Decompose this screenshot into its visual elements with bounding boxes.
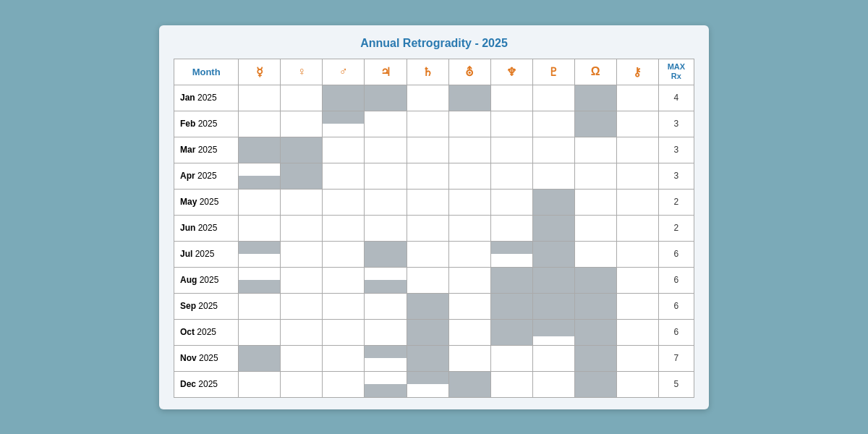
planet-data-cell [490, 215, 532, 241]
planet-data-cell [574, 189, 616, 215]
planet-data-cell [616, 241, 658, 267]
planet-header-neptune: ♆ [490, 59, 532, 85]
planet-data-cell [239, 267, 281, 293]
planet-data-cell [239, 137, 281, 163]
planet-data-cell [407, 293, 448, 319]
planet-data-cell [448, 163, 490, 189]
planet-data-cell [323, 215, 365, 241]
planet-data-cell [574, 345, 616, 371]
planet-data-cell [281, 111, 323, 137]
month-cell: Jun 2025 [174, 215, 239, 241]
planet-data-cell [323, 137, 365, 163]
planet-header-saturn: ♄ [407, 59, 448, 85]
planet-data-cell [448, 111, 490, 137]
month-cell: Mar 2025 [174, 137, 239, 163]
header-row: Month ☿ ♀ ♂ ♃ ♄ ⛢ ♆ ♇ Ω ⚷ MAXRx [174, 59, 694, 85]
month-cell: Jul 2025 [174, 241, 239, 267]
month-cell: Oct 2025 [174, 319, 239, 345]
planet-data-cell [365, 111, 407, 137]
planet-data-cell [532, 189, 574, 215]
planet-data-cell [574, 267, 616, 293]
planet-data-cell [239, 241, 281, 267]
planet-data-cell [239, 293, 281, 319]
planet-data-cell [365, 189, 407, 215]
planet-data-cell [365, 293, 407, 319]
planet-data-cell [448, 319, 490, 345]
table-row: Sep 20256 [174, 293, 694, 319]
planet-data-cell [407, 189, 448, 215]
planet-data-cell [323, 189, 365, 215]
planet-data-cell [239, 163, 281, 189]
planet-data-cell [616, 111, 658, 137]
table-row: Nov 20257 [174, 345, 694, 371]
planet-data-cell [616, 267, 658, 293]
planet-data-cell [365, 371, 407, 397]
planet-data-cell [532, 111, 574, 137]
planet-data-cell [448, 85, 490, 111]
planet-header-mercury: ☿ [239, 59, 281, 85]
planet-data-cell [448, 137, 490, 163]
planet-data-cell [407, 345, 448, 371]
planet-data-cell [574, 241, 616, 267]
planet-data-cell [532, 293, 574, 319]
planet-data-cell [323, 345, 365, 371]
table-row: Jul 20256 [174, 241, 694, 267]
planet-data-cell [281, 85, 323, 111]
planet-data-cell [281, 319, 323, 345]
planet-data-cell [407, 267, 448, 293]
planet-data-cell [281, 345, 323, 371]
planet-header-chiron: ⚷ [616, 59, 658, 85]
month-cell: Dec 2025 [174, 371, 239, 397]
planet-data-cell [365, 241, 407, 267]
planet-data-cell [407, 137, 448, 163]
planet-data-cell [365, 215, 407, 241]
planet-data-cell [532, 215, 574, 241]
planet-data-cell [448, 189, 490, 215]
max-rx-cell: 6 [658, 241, 694, 267]
table-row: May 20252 [174, 189, 694, 215]
planet-data-cell [407, 371, 448, 397]
max-rx-cell: 4 [658, 85, 694, 111]
planet-data-cell [448, 345, 490, 371]
max-rx-cell: 3 [658, 137, 694, 163]
planet-data-cell [616, 85, 658, 111]
month-cell: May 2025 [174, 189, 239, 215]
planet-data-cell [365, 163, 407, 189]
planet-data-cell [323, 371, 365, 397]
planet-data-cell [448, 371, 490, 397]
max-rx-cell: 7 [658, 345, 694, 371]
planet-data-cell [239, 345, 281, 371]
planet-data-cell [407, 163, 448, 189]
planet-data-cell [365, 345, 407, 371]
planet-data-cell [407, 215, 448, 241]
planet-data-cell [239, 111, 281, 137]
planet-data-cell [281, 137, 323, 163]
planet-data-cell [532, 319, 574, 345]
planet-data-cell [532, 85, 574, 111]
planet-data-cell [323, 293, 365, 319]
table-row: Jan 20254 [174, 85, 694, 111]
planet-data-cell [532, 371, 574, 397]
planet-data-cell [239, 319, 281, 345]
month-cell: Jan 2025 [174, 85, 239, 111]
max-rx-cell: 6 [658, 293, 694, 319]
max-rx-cell: 6 [658, 267, 694, 293]
planet-data-cell [490, 85, 532, 111]
main-card: Annual Retrogradity - 2025 Month ☿ ♀ ♂ ♃… [159, 25, 709, 409]
planet-data-cell [616, 319, 658, 345]
planet-data-cell [281, 163, 323, 189]
planet-data-cell [490, 189, 532, 215]
table-row: Jun 20252 [174, 215, 694, 241]
table-row: Aug 20256 [174, 267, 694, 293]
month-cell: Apr 2025 [174, 163, 239, 189]
planet-header-node: Ω [574, 59, 616, 85]
planet-data-cell [616, 137, 658, 163]
planet-data-cell [281, 189, 323, 215]
planet-data-cell [365, 85, 407, 111]
planet-data-cell [365, 267, 407, 293]
planet-data-cell [532, 137, 574, 163]
planet-data-cell [281, 371, 323, 397]
planet-data-cell [616, 215, 658, 241]
planet-data-cell [281, 293, 323, 319]
planet-data-cell [365, 319, 407, 345]
